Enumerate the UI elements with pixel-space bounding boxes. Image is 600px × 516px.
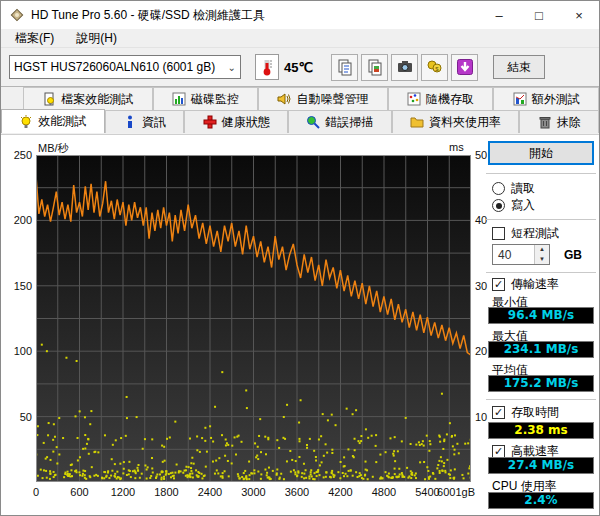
- tab-error-scan[interactable]: 錯誤掃描: [288, 110, 392, 133]
- write-radio[interactable]: 寫入: [492, 198, 535, 213]
- tab-erase[interactable]: 抹除: [519, 110, 599, 133]
- tab-folder-usage[interactable]: 資料夾使用率: [392, 110, 520, 133]
- tab-label: 隨機存取: [426, 91, 474, 108]
- tab-label: 額外測試: [532, 91, 580, 108]
- start-button[interactable]: 開始: [488, 141, 594, 165]
- radio-icon: [492, 182, 505, 195]
- coins-icon: $: [426, 58, 444, 76]
- tab-random-access[interactable]: 隨機存取: [388, 87, 494, 110]
- axis-tick-label: 150: [2, 280, 32, 292]
- maximize-button[interactable]: □: [519, 1, 559, 29]
- error-scan-icon: [306, 115, 320, 129]
- update-button[interactable]: [451, 54, 478, 81]
- axis-tick-label: 100: [2, 345, 32, 357]
- copy-image-button[interactable]: [361, 54, 388, 81]
- tab-label: 磁碟監控: [191, 91, 239, 108]
- app-window: HD Tune Pro 5.60 - 硬碟/SSD 檢測維護工具 – □ × 檔…: [0, 0, 600, 516]
- benchmark-page: MB/秒 ms 25020015010050504030201006001200…: [1, 134, 600, 516]
- short-test-size-input[interactable]: 40 ▲▼: [492, 244, 550, 265]
- y-axis-right-label: ms: [449, 141, 464, 153]
- drive-selector[interactable]: HGST HUS726060ALN610 (6001 gB) ⌄: [9, 55, 241, 79]
- checkbox-icon: ✓: [492, 278, 505, 291]
- read-radio[interactable]: 讀取: [492, 181, 535, 196]
- tab-label: 自動噪聲管理: [296, 91, 368, 108]
- extra-tests-icon: [513, 92, 527, 106]
- info-icon: [123, 115, 137, 129]
- min-value: 96.4 MB/s: [488, 307, 594, 324]
- avg-value: 175.2 MB/s: [488, 375, 594, 392]
- tab-label: 效能測試: [38, 113, 86, 130]
- transfer-rate-checkbox[interactable]: ✓ 傳輸速率: [492, 277, 559, 292]
- tab-extra-tests[interactable]: 額外測試: [493, 87, 599, 110]
- thermometer-icon: [260, 57, 274, 77]
- menu-file[interactable]: 檔案(F): [7, 29, 62, 48]
- separator: [486, 399, 596, 400]
- tab-health[interactable]: 健康狀態: [184, 110, 288, 133]
- checkbox-icon: ✓: [492, 227, 505, 240]
- tab-file-benchmark[interactable]: 檔案效能測試: [23, 87, 153, 110]
- axis-tick-label: 250: [2, 149, 32, 161]
- folder-icon: [410, 115, 424, 129]
- benchmark-chart: MB/秒 ms 25020015010050504030201006001200…: [1, 135, 484, 516]
- copy-text-icon: [336, 58, 354, 76]
- axis-tick-label: 200: [2, 214, 32, 226]
- temperature-indicator[interactable]: [255, 54, 279, 80]
- transfer-rate-label: 傳輸速率: [511, 276, 559, 293]
- window-title: HD Tune Pro 5.60 - 硬碟/SSD 檢測維護工具: [31, 7, 265, 24]
- disk-monitor-icon: [172, 92, 186, 106]
- tab-acoustic-management[interactable]: 自動噪聲管理: [258, 87, 388, 110]
- cpu-usage-value: 2.4%: [488, 492, 594, 509]
- minimize-button[interactable]: –: [479, 1, 519, 29]
- random-access-icon: [407, 92, 421, 106]
- speaker-icon: [277, 92, 291, 106]
- menu-help[interactable]: 說明(H): [68, 29, 125, 48]
- plot-area: [36, 155, 471, 482]
- copy-image-icon: [366, 58, 384, 76]
- tab-disk-monitor[interactable]: 磁碟監控: [153, 87, 259, 110]
- screenshot-button[interactable]: [391, 54, 418, 81]
- write-radio-label: 寫入: [511, 197, 535, 214]
- tab-benchmark[interactable]: 效能測試: [1, 109, 105, 133]
- tab-label: 健康狀態: [222, 114, 270, 131]
- temperature-value: 45℃: [284, 60, 313, 75]
- copy-text-button[interactable]: [331, 54, 358, 81]
- spinner-buttons[interactable]: ▲▼: [534, 245, 549, 264]
- menubar: 檔案(F) 說明(H): [1, 29, 599, 48]
- tab-info[interactable]: 資訊: [105, 110, 185, 133]
- trash-icon: [538, 115, 552, 129]
- benchmark-controls: 開始 讀取 寫入 ✓ 短程測試 40 ▲▼ GB: [484, 135, 600, 516]
- app-icon: [9, 7, 25, 23]
- short-test-checkbox[interactable]: ✓ 短程測試: [492, 226, 559, 241]
- short-test-size-value: 40: [493, 245, 534, 264]
- tab-label: 資訊: [142, 114, 166, 131]
- separator: [486, 272, 596, 273]
- checkbox-icon: ✓: [492, 406, 505, 419]
- separator: [486, 173, 596, 174]
- y-axis-left-label: MB/秒: [38, 141, 69, 156]
- toolbar: HGST HUS726060ALN610 (6001 gB) ⌄ 45℃: [1, 48, 599, 87]
- tab-label: 檔案效能測試: [61, 91, 133, 108]
- lightbulb-icon: [19, 115, 33, 129]
- titlebar: HD Tune Pro 5.60 - 硬碟/SSD 檢測維護工具 – □ ×: [1, 1, 599, 29]
- spin-up-icon[interactable]: ▲: [535, 245, 549, 255]
- tabstrip: 檔案效能測試 磁碟監控 自動噪聲管理 隨機存取 額外測試 效能測試: [1, 87, 599, 134]
- close-button[interactable]: ×: [559, 1, 599, 29]
- separator: [486, 219, 596, 220]
- tab-label: 錯誤掃描: [325, 114, 373, 131]
- exit-button[interactable]: 結束: [493, 55, 545, 79]
- max-value: 234.1 MB/s: [488, 341, 594, 358]
- spin-down-icon[interactable]: ▼: [535, 255, 549, 265]
- burst-rate-value: 27.4 MB/s: [488, 457, 594, 474]
- short-test-label: 短程測試: [511, 225, 559, 242]
- short-test-unit-label: GB: [564, 248, 582, 262]
- drive-selector-value: HGST HUS726060ALN610 (6001 gB): [14, 60, 224, 74]
- file-benchmark-icon: [42, 92, 56, 106]
- axis-tick-label: 50: [2, 411, 32, 423]
- purchase-button[interactable]: $: [421, 54, 448, 81]
- health-cross-icon: [203, 115, 217, 129]
- tab-label: 抹除: [557, 114, 581, 131]
- camera-icon: [396, 58, 414, 76]
- radio-icon: [492, 199, 505, 212]
- tab-label: 資料夾使用率: [429, 114, 501, 131]
- access-time-checkbox[interactable]: ✓ 存取時間: [492, 405, 559, 420]
